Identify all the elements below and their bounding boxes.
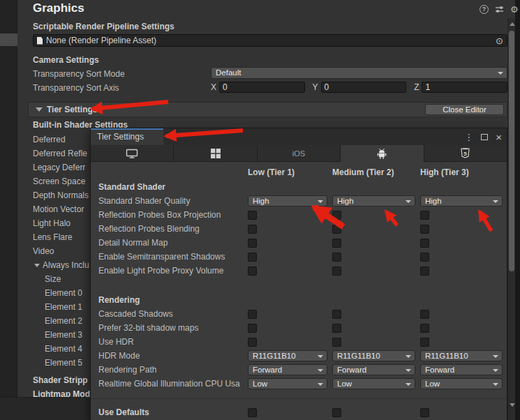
- scrollbar-thumb[interactable]: [509, 31, 514, 271]
- chevron-down-icon: [493, 355, 498, 358]
- close-icon[interactable]: ×: [496, 133, 502, 142]
- gear-icon[interactable]: ⚙: [510, 5, 519, 14]
- sidebar-item-element-2[interactable]: Element 2: [33, 314, 90, 328]
- detail-normal-map-checkbox-tier1[interactable]: [248, 239, 257, 248]
- realtime-global-illumination-cpu-usa-dropdown-tier3[interactable]: Low: [420, 378, 503, 389]
- column-header-tier1: Low (Tier 1): [248, 167, 332, 180]
- sidebar-item-lens-flare[interactable]: Lens Flare: [33, 230, 90, 244]
- dock-tab-indicator[interactable]: [0, 33, 17, 46]
- reflection-probes-blending-checkbox-tier2[interactable]: [332, 225, 341, 234]
- help-icon[interactable]: ?: [480, 5, 489, 14]
- enable-semitransparent-shadows-checkbox-tier2[interactable]: [332, 253, 341, 262]
- tier-settings-window: Tier Settings ⋮ × iOS5 Low (Tier 1)Mediu…: [90, 128, 507, 420]
- platform-tab-webgl[interactable]: 5: [424, 145, 507, 162]
- axis-z-field[interactable]: 1: [422, 82, 507, 93]
- prefer-32-bit-shadow-maps-checkbox-tier1[interactable]: [248, 324, 257, 333]
- setting-row-enable-semitransparent-shadows: Enable Semitransparent Shadows: [91, 250, 507, 264]
- tier-settings-foldout[interactable]: Tier Settings Close Editor: [28, 102, 507, 117]
- setting-label: Reflection Probes Box Projection: [98, 210, 248, 220]
- scroll-up-icon[interactable]: [510, 22, 515, 26]
- inspector-scrollbar[interactable]: [507, 18, 515, 420]
- reflection-probes-box-projection-checkbox-tier3[interactable]: [420, 211, 429, 220]
- tier-settings-window-tab[interactable]: Tier Settings: [91, 128, 163, 145]
- realtime-global-illumination-cpu-usa-dropdown-tier1[interactable]: Low: [248, 378, 327, 389]
- sidebar-item-deferred-refle[interactable]: Deferred Refle: [33, 147, 90, 160]
- use-defaults-checkbox-tier1[interactable]: [248, 408, 257, 417]
- cascaded-shadows-checkbox-tier3[interactable]: [420, 310, 429, 319]
- enable-light-probe-proxy-volume-checkbox-tier1[interactable]: [248, 267, 257, 276]
- sidebar-item-always-inclu[interactable]: Always Inclu: [33, 258, 90, 272]
- sidebar-item-element-0[interactable]: Element 0: [33, 286, 90, 300]
- standard-shader-quality-dropdown-tier1[interactable]: High: [248, 195, 327, 207]
- use-hdr-checkbox-tier3[interactable]: [420, 338, 429, 347]
- axis-x-field[interactable]: 0: [219, 82, 305, 93]
- reflection-probes-blending-checkbox-tier3[interactable]: [420, 225, 429, 234]
- sidebar-item-video[interactable]: Video: [33, 244, 90, 258]
- platform-tab-ios[interactable]: iOS: [258, 145, 341, 162]
- sidebar-item-lightmap-mod[interactable]: Lightmap Mod: [33, 387, 90, 398]
- sort-mode-value: Default: [216, 68, 241, 77]
- sidebar-item-motion-vector[interactable]: Motion Vector: [33, 202, 90, 216]
- close-editor-button[interactable]: Close Editor: [425, 104, 504, 115]
- enable-semitransparent-shadows-checkbox-tier1[interactable]: [248, 253, 257, 262]
- maximize-icon[interactable]: [481, 134, 488, 140]
- prefer-32-bit-shadow-maps-checkbox-tier2[interactable]: [332, 324, 341, 333]
- sidebar-item-legacy-deferr[interactable]: Legacy Deferr: [33, 160, 90, 174]
- reflection-probes-blending-checkbox-tier1[interactable]: [248, 225, 257, 234]
- enable-semitransparent-shadows-checkbox-tier3[interactable]: [420, 253, 429, 262]
- page-title: Graphics: [33, 1, 84, 15]
- cascaded-shadows-checkbox-tier1[interactable]: [248, 310, 257, 319]
- hdr-mode-dropdown-tier3[interactable]: R11G11B10: [420, 350, 503, 361]
- enable-light-probe-proxy-volume-checkbox-tier3[interactable]: [420, 267, 429, 276]
- sidebar-item-label: Element 2: [45, 314, 82, 328]
- sidebar-item-element-5[interactable]: Element 5: [33, 356, 90, 370]
- chevron-down-icon: [406, 355, 411, 358]
- webgl-icon: 5: [461, 148, 470, 158]
- standard-shader-quality-dropdown-tier3[interactable]: High: [420, 195, 503, 207]
- rendering-path-dropdown-tier2[interactable]: Forward: [332, 364, 415, 375]
- use-hdr-checkbox-tier2[interactable]: [332, 338, 341, 347]
- use-defaults-checkbox-tier2[interactable]: [332, 408, 341, 417]
- use-defaults-checkbox-tier3[interactable]: [420, 408, 429, 417]
- window-menu-icon[interactable]: ⋮: [464, 133, 473, 142]
- rendering-path-dropdown-tier3[interactable]: Forward: [420, 364, 503, 375]
- presets-icon[interactable]: [495, 5, 504, 14]
- dropdown-value: High: [337, 197, 354, 205]
- sidebar-item-element-3[interactable]: Element 3: [33, 328, 90, 342]
- render-pipeline-object-field[interactable]: None (Render Pipeline Asset) ⊙: [33, 34, 507, 47]
- object-picker-icon[interactable]: ⊙: [496, 36, 503, 45]
- axis-y-field[interactable]: 0: [321, 82, 407, 93]
- reflection-probes-box-projection-checkbox-tier2[interactable]: [332, 211, 341, 220]
- platform-tab-windows[interactable]: [174, 145, 257, 162]
- prefer-32-bit-shadow-maps-checkbox-tier3[interactable]: [420, 324, 429, 333]
- svg-text:5: 5: [464, 151, 468, 157]
- rendering-path-dropdown-tier1[interactable]: Forward: [248, 364, 327, 375]
- dropdown-value: R11G11B10: [253, 352, 296, 360]
- cascaded-shadows-checkbox-tier2[interactable]: [332, 310, 341, 319]
- hdr-mode-dropdown-tier2[interactable]: R11G11B10: [332, 350, 415, 361]
- sidebar-item-screen-space[interactable]: Screen Space: [33, 174, 90, 188]
- platform-tab-desktop[interactable]: [91, 145, 174, 162]
- detail-normal-map-checkbox-tier2[interactable]: [332, 239, 341, 248]
- foldout-triangle-icon[interactable]: [34, 264, 40, 267]
- sidebar-item-deferred[interactable]: Deferred: [33, 133, 90, 147]
- standard-shader-quality-dropdown-tier2[interactable]: High: [332, 195, 415, 207]
- realtime-global-illumination-cpu-usa-dropdown-tier2[interactable]: Low: [332, 378, 415, 389]
- sidebar-item-element-4[interactable]: Element 4: [33, 342, 90, 356]
- setting-label: Detail Normal Map: [98, 238, 248, 248]
- use-hdr-checkbox-tier1[interactable]: [248, 338, 257, 347]
- sort-mode-dropdown[interactable]: Default: [211, 67, 507, 79]
- sidebar-item-shader-stripp[interactable]: Shader Stripp: [33, 373, 90, 387]
- sidebar-item-light-halo[interactable]: Light Halo: [33, 216, 90, 230]
- tier-settings-titlebar[interactable]: Tier Settings ⋮ ×: [91, 128, 507, 145]
- sidebar-item-element-1[interactable]: Element 1: [33, 300, 90, 314]
- sidebar-item-label: Motion Vector: [33, 202, 84, 216]
- reflection-probes-box-projection-checkbox-tier1[interactable]: [248, 211, 257, 220]
- scroll-down-icon[interactable]: [510, 403, 515, 407]
- detail-normal-map-checkbox-tier3[interactable]: [420, 239, 429, 248]
- sidebar-item-depth-normals[interactable]: Depth Normals: [33, 188, 90, 202]
- sidebar-item-size[interactable]: Size: [33, 272, 90, 286]
- platform-tab-android[interactable]: [341, 145, 424, 162]
- hdr-mode-dropdown-tier1[interactable]: R11G11B10: [248, 350, 327, 361]
- enable-light-probe-proxy-volume-checkbox-tier2[interactable]: [332, 267, 341, 276]
